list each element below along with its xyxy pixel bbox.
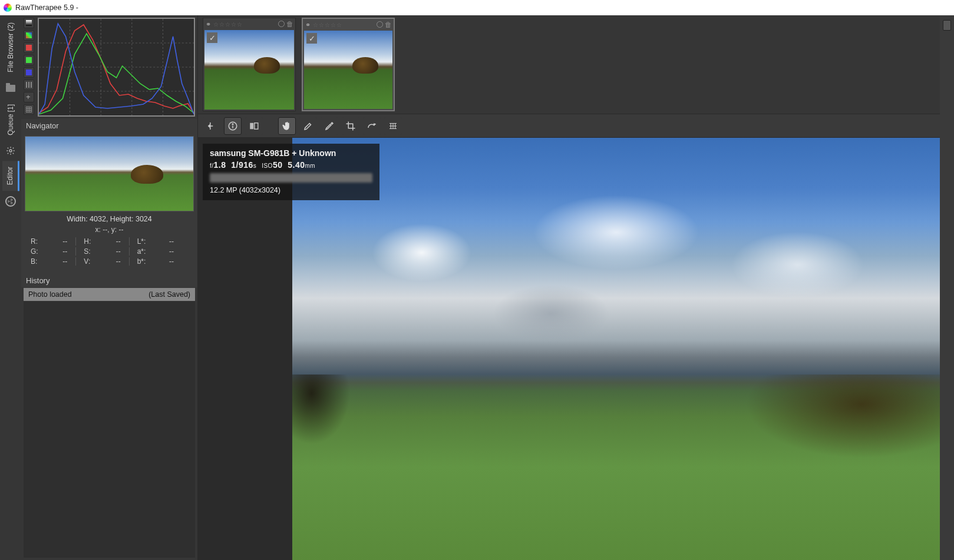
- svg-point-10: [232, 123, 233, 124]
- nav-r-label: R:: [31, 237, 44, 246]
- nav-h-val: --: [99, 237, 124, 246]
- link-icon[interactable]: ⚭: [206, 21, 212, 26]
- svg-rect-11: [250, 122, 253, 129]
- tab-queue-label: Queue [1]: [6, 104, 15, 135]
- histogram-tools: +: [24, 18, 35, 117]
- star-icon[interactable]: ☆: [319, 22, 324, 27]
- star-icon[interactable]: ☆: [313, 22, 318, 27]
- center-area: ⚭ ☆☆☆☆☆ 🗑 ✓ ⚭ ☆☆☆☆☆: [198, 15, 940, 560]
- nav-a-val: --: [153, 247, 177, 256]
- info-redacted: [210, 173, 372, 183]
- panel-toggle-button[interactable]: [203, 117, 220, 135]
- history-row-right: (Last Saved): [148, 290, 190, 299]
- star-icon[interactable]: ☆: [225, 21, 230, 26]
- star-icon[interactable]: ☆: [213, 21, 219, 26]
- info-megapixels: 12.2 MP (4032x3024): [210, 186, 372, 194]
- left-panel: + Navigator Width: 4032, Height: 3024: [21, 15, 198, 560]
- nav-b-label: B:: [31, 257, 44, 266]
- tab-file-browser[interactable]: File Browser (2): [3, 16, 18, 78]
- thumb-image[interactable]: ✓: [304, 31, 392, 109]
- straighten-button[interactable]: [363, 117, 381, 135]
- tab-editor[interactable]: Editor: [2, 161, 19, 191]
- nav-L-val: --: [153, 237, 177, 246]
- navigator-label: Navigator: [21, 119, 197, 132]
- histo-bars-button[interactable]: [24, 79, 34, 90]
- hand-tool-button[interactable]: [278, 117, 296, 135]
- image-viewer[interactable]: samsung SM-G981B + Unknown f/1.8 1/916s …: [198, 138, 940, 560]
- nav-g-label: G:: [31, 247, 44, 256]
- nav-v-val: --: [99, 257, 124, 266]
- info-camera: samsung SM-G981B + Unknown: [210, 148, 372, 158]
- thumb-2[interactable]: ⚭ ☆☆☆☆☆ 🗑 ✓: [302, 18, 395, 111]
- trash-icon[interactable]: 🗑: [286, 20, 293, 27]
- tab-editor-label: Editor: [6, 167, 14, 185]
- before-after-button[interactable]: [245, 117, 263, 135]
- histo-rgb-button[interactable]: [24, 30, 34, 41]
- thumb-stars[interactable]: ☆☆☆☆☆: [313, 22, 375, 27]
- trash-icon[interactable]: 🗑: [385, 21, 391, 28]
- star-icon[interactable]: ☆: [331, 22, 336, 27]
- color-label-icon[interactable]: [278, 21, 285, 27]
- titlebar: RawTherapee 5.9 -: [0, 0, 954, 15]
- histo-grid-button[interactable]: [24, 104, 34, 115]
- nav-s-label: S:: [84, 247, 97, 256]
- histo-add-button[interactable]: +: [24, 92, 34, 102]
- thumb-check-icon[interactable]: ✓: [306, 33, 317, 44]
- star-icon[interactable]: ☆: [237, 21, 242, 26]
- histo-luminance-button[interactable]: [24, 18, 34, 28]
- history-label: History: [21, 274, 197, 287]
- navigator-xy: x: --, y: --: [25, 224, 194, 235]
- link-icon[interactable]: ⚭: [305, 21, 311, 27]
- tab-queue[interactable]: Queue [1]: [3, 98, 18, 141]
- nav-a-label: a*:: [137, 247, 150, 256]
- filmstrip: ⚭ ☆☆☆☆☆ 🗑 ✓ ⚭ ☆☆☆☆☆: [198, 15, 940, 114]
- thumb-check-icon[interactable]: ✓: [207, 32, 217, 43]
- main: File Browser (2) Queue [1] Editor +: [0, 15, 954, 560]
- nav-r-val: --: [46, 237, 71, 246]
- main-image[interactable]: [292, 138, 940, 560]
- perspective-button[interactable]: [384, 117, 402, 135]
- info-exposure: f/1.8 1/916s ISO50 5.40mm: [210, 160, 372, 170]
- right-panel-toggle[interactable]: [943, 20, 951, 31]
- nav-bs-val: --: [153, 257, 177, 266]
- nav-v-label: V:: [84, 257, 97, 266]
- history-panel: History Photo loaded (Last Saved): [21, 274, 197, 560]
- history-empty: [24, 301, 195, 558]
- aperture-icon[interactable]: [5, 196, 16, 207]
- info-button[interactable]: [224, 117, 242, 135]
- thumb-image[interactable]: ✓: [204, 30, 294, 110]
- navigator-panel: Width: 4032, Height: 3024 x: --, y: -- R…: [21, 132, 197, 274]
- crop-button[interactable]: [342, 117, 359, 135]
- navigator-values: R:-- H:-- L*:-- G:-- S:-- a*:-- B:-- V:-…: [25, 235, 194, 270]
- wb-picker-button[interactable]: [299, 117, 317, 135]
- star-icon[interactable]: ☆: [336, 22, 342, 27]
- histogram-canvas: [38, 18, 195, 117]
- folder-icon[interactable]: [5, 83, 16, 94]
- left-rail: File Browser (2) Queue [1] Editor: [0, 15, 21, 560]
- navigator-thumb[interactable]: [25, 136, 194, 211]
- color-label-icon[interactable]: [377, 21, 383, 28]
- tab-file-browser-label: File Browser (2): [6, 22, 15, 72]
- nav-b-val: --: [46, 257, 71, 266]
- viewer-left-margin: [198, 138, 292, 560]
- star-icon[interactable]: ☆: [325, 22, 330, 27]
- svg-point-0: [9, 150, 12, 152]
- nav-s-val: --: [99, 247, 124, 256]
- app-icon: [4, 4, 12, 12]
- star-icon[interactable]: ☆: [219, 21, 225, 26]
- nav-g-val: --: [46, 247, 71, 256]
- info-overlay: samsung SM-G981B + Unknown f/1.8 1/916s …: [203, 144, 379, 200]
- histo-red-button[interactable]: [24, 42, 34, 53]
- svg-rect-12: [255, 122, 258, 129]
- star-icon[interactable]: ☆: [231, 21, 236, 26]
- histo-green-button[interactable]: [24, 55, 34, 65]
- editor-toolbar: [198, 114, 940, 138]
- nav-h-label: H:: [84, 237, 97, 246]
- thumb-stars[interactable]: ☆☆☆☆☆: [213, 21, 276, 26]
- color-picker-button[interactable]: [321, 117, 338, 135]
- right-mini-panel: [940, 15, 954, 560]
- history-row[interactable]: Photo loaded (Last Saved): [24, 288, 195, 301]
- thumb-1[interactable]: ⚭ ☆☆☆☆☆ 🗑 ✓: [203, 18, 296, 111]
- histo-blue-button[interactable]: [24, 67, 34, 78]
- gear-icon[interactable]: [5, 145, 16, 156]
